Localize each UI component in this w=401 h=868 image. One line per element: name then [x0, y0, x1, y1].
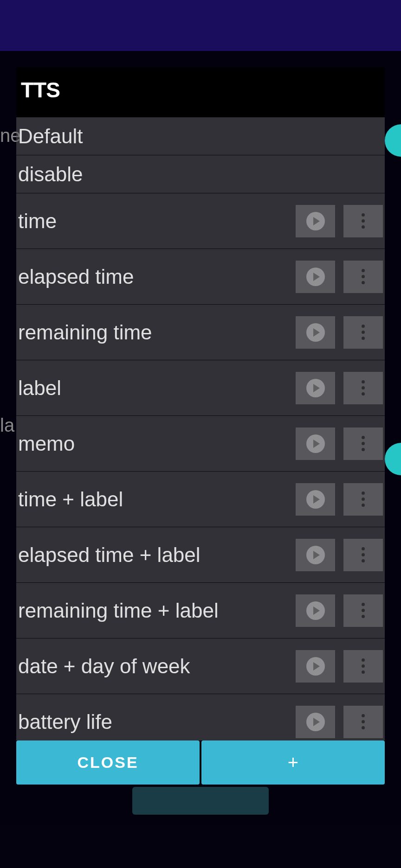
more-button[interactable] — [343, 483, 383, 516]
more-button[interactable] — [343, 428, 383, 460]
background-bar — [132, 787, 269, 815]
dialog-footer: CLOSE + — [16, 740, 385, 785]
tts-option-disable[interactable]: disable — [16, 155, 385, 193]
more-button[interactable] — [343, 706, 383, 738]
option-label: disable — [18, 163, 83, 186]
tts-dialog: TTS Default disable time elapsed time — [16, 67, 385, 785]
dialog-body: Default disable time elapsed time — [16, 117, 385, 740]
more-button[interactable] — [343, 372, 383, 404]
option-label: time + label — [18, 488, 287, 511]
play-icon — [306, 657, 325, 676]
more-button[interactable] — [343, 539, 383, 571]
more-button[interactable] — [343, 205, 383, 237]
more-button[interactable] — [343, 594, 383, 627]
play-icon — [306, 490, 325, 509]
play-button[interactable] — [296, 706, 335, 738]
play-button[interactable] — [296, 372, 335, 404]
more-vertical-icon — [362, 603, 365, 618]
add-button[interactable]: + — [201, 740, 385, 785]
option-label: time — [18, 210, 287, 233]
more-vertical-icon — [362, 213, 365, 229]
play-button[interactable] — [296, 205, 335, 237]
option-label: battery life — [18, 710, 287, 734]
tts-option-label[interactable]: label — [16, 360, 385, 416]
more-vertical-icon — [362, 325, 365, 340]
more-vertical-icon — [362, 547, 365, 562]
play-icon — [306, 212, 325, 230]
option-label: Default — [18, 125, 83, 148]
play-button[interactable] — [296, 428, 335, 460]
play-icon — [306, 546, 325, 564]
close-button[interactable]: CLOSE — [16, 740, 200, 785]
more-vertical-icon — [362, 658, 365, 674]
dialog-header: TTS — [16, 67, 385, 117]
option-label: elapsed time — [18, 265, 287, 288]
play-button[interactable] — [296, 316, 335, 349]
option-label: elapsed time + label — [18, 543, 287, 567]
background-text: la — [0, 415, 14, 436]
play-icon — [306, 601, 325, 620]
tts-option-remaining-time[interactable]: remaining time — [16, 305, 385, 360]
dialog-title: TTS — [21, 77, 380, 102]
play-icon — [306, 713, 325, 731]
play-button[interactable] — [296, 539, 335, 571]
play-icon — [306, 379, 325, 397]
option-label: label — [18, 377, 287, 400]
more-vertical-icon — [362, 269, 365, 284]
option-label: memo — [18, 432, 287, 455]
tts-option-battery-life[interactable]: battery life — [16, 694, 385, 740]
tts-option-date-day[interactable]: date + day of week — [16, 638, 385, 694]
play-icon — [306, 268, 325, 286]
more-vertical-icon — [362, 491, 365, 507]
play-button[interactable] — [296, 650, 335, 683]
play-icon — [306, 323, 325, 342]
option-label: date + day of week — [18, 655, 287, 678]
tts-option-remaining-time-label[interactable]: remaining time + label — [16, 583, 385, 638]
tts-option-time[interactable]: time — [16, 193, 385, 249]
option-label: remaining time — [18, 321, 287, 344]
play-icon — [306, 434, 325, 453]
tts-option-elapsed-time-label[interactable]: elapsed time + label — [16, 527, 385, 583]
play-button[interactable] — [296, 261, 335, 293]
more-vertical-icon — [362, 436, 365, 451]
play-button[interactable] — [296, 483, 335, 516]
tts-option-memo[interactable]: memo — [16, 416, 385, 472]
more-vertical-icon — [362, 380, 365, 396]
plus-icon: + — [288, 752, 298, 773]
close-label: CLOSE — [77, 753, 138, 772]
more-button[interactable] — [343, 650, 383, 683]
play-button[interactable] — [296, 594, 335, 627]
more-button[interactable] — [343, 261, 383, 293]
more-vertical-icon — [362, 714, 365, 729]
tts-option-elapsed-time[interactable]: elapsed time — [16, 249, 385, 305]
option-label: remaining time + label — [18, 599, 287, 622]
more-button[interactable] — [343, 316, 383, 349]
tts-option-default[interactable]: Default — [16, 117, 385, 155]
tts-option-time-label[interactable]: time + label — [16, 472, 385, 527]
status-bar — [0, 0, 401, 51]
